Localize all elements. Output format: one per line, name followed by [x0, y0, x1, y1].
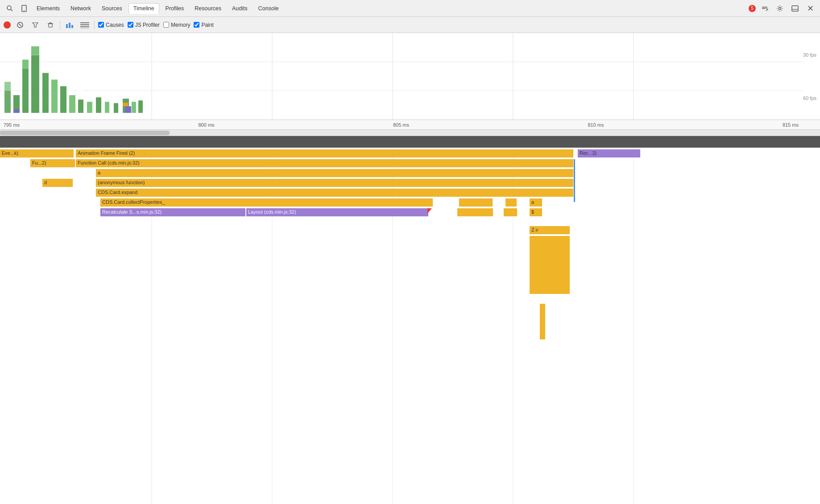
svg-text:CDS.Card.expand: CDS.Card.expand — [98, 190, 137, 195]
memory-checkbox-input[interactable] — [163, 22, 169, 28]
svg-text:Eve...k): Eve...k) — [2, 150, 18, 156]
svg-rect-49 — [138, 100, 143, 113]
tab-audits[interactable]: Audits — [228, 4, 252, 13]
svg-point-0 — [7, 6, 11, 10]
tab-timeline[interactable]: Timeline — [128, 3, 159, 14]
flame-chart: Eve...k) Animation Frame Fired (2) Rec..… — [0, 148, 820, 504]
svg-rect-81 — [434, 198, 458, 207]
svg-line-10 — [19, 24, 21, 26]
svg-rect-73 — [42, 179, 73, 187]
svg-text:Function Call (cds.min.js:32): Function Call (cds.min.js:32) — [78, 160, 140, 165]
svg-rect-34 — [22, 69, 29, 113]
svg-rect-41 — [69, 95, 75, 113]
stop-button[interactable] — [14, 19, 26, 31]
svg-rect-97 — [518, 208, 529, 216]
causes-checkbox[interactable]: Causes — [98, 22, 124, 28]
svg-text:Z.v: Z.v — [531, 227, 538, 232]
time-marker-4: 815 ms — [783, 122, 799, 128]
causes-label: Causes — [106, 22, 124, 28]
svg-rect-35 — [22, 60, 29, 69]
timeline-view-icon[interactable] — [79, 19, 91, 31]
svg-rect-71 — [96, 169, 573, 177]
timeline-chart: 30 fps 60 fps — [0, 33, 820, 120]
record-button[interactable] — [4, 21, 11, 29]
tab-sources[interactable]: Sources — [97, 4, 127, 13]
time-marker-1: 800 ms — [198, 122, 214, 128]
dock-icon[interactable] — [789, 2, 801, 15]
tab-network[interactable]: Network — [66, 4, 95, 13]
svg-marker-11 — [33, 23, 38, 27]
svg-rect-53 — [69, 73, 75, 95]
svg-rect-37 — [31, 46, 39, 55]
svg-rect-82 — [459, 198, 493, 207]
paint-checkbox-input[interactable] — [194, 22, 199, 28]
svg-text:a: a — [531, 199, 534, 205]
paint-label: Paint — [201, 22, 213, 28]
svg-rect-69 — [76, 159, 573, 167]
svg-text:(anonymous function): (anonymous function) — [98, 180, 145, 185]
svg-rect-96 — [504, 208, 517, 216]
svg-line-1 — [11, 9, 12, 11]
time-marker-0: 795 ms — [4, 122, 20, 128]
time-marker-2: 805 ms — [393, 122, 409, 128]
js-profiler-label: JS Profiler — [135, 22, 160, 28]
time-ruler: 795 ms 800 ms 805 ms 810 ms 815 ms — [0, 120, 820, 130]
trash-button[interactable] — [45, 19, 56, 31]
tab-console[interactable]: Console — [254, 4, 283, 13]
svg-rect-77 — [96, 189, 573, 197]
svg-text:Rec...2): Rec...2) — [580, 150, 597, 156]
js-profiler-checkbox[interactable]: JS Profiler — [128, 22, 160, 28]
svg-text:a: a — [98, 170, 101, 175]
svg-rect-18 — [69, 23, 70, 28]
search-icon[interactable] — [4, 2, 16, 15]
toolbar-separator-1 — [60, 21, 60, 29]
flame-chart-svg: Eve...k) Animation Frame Fired (2) Rec..… — [0, 148, 820, 504]
execute-icon[interactable] — [758, 2, 771, 15]
time-markers: 795 ms 800 ms 805 ms 810 ms 815 ms — [4, 122, 816, 128]
svg-text:CDS.Card.collectProperties_: CDS.Card.collectProperties_ — [102, 199, 165, 205]
svg-rect-43 — [87, 102, 92, 113]
svg-text:Fu...2): Fu...2) — [32, 160, 46, 165]
close-icon[interactable]: ✕ — [804, 2, 816, 15]
svg-rect-45 — [105, 102, 109, 113]
paint-checkbox[interactable]: Paint — [194, 22, 213, 28]
error-badge: 5 — [749, 5, 756, 12]
svg-rect-83 — [493, 198, 505, 207]
scrollbar-area[interactable] — [0, 130, 820, 136]
toolbar: Causes JS Profiler Memory Paint — [0, 17, 820, 33]
settings-icon[interactable] — [774, 2, 786, 15]
js-profiler-checkbox-input[interactable] — [128, 22, 133, 28]
svg-rect-7 — [792, 6, 798, 11]
toolbar-separator-2 — [94, 21, 95, 29]
svg-point-3 — [24, 10, 25, 11]
device-icon[interactable] — [18, 2, 30, 15]
svg-rect-48 — [132, 102, 136, 113]
svg-rect-63 — [76, 149, 573, 157]
nav-right: 5 ✕ — [749, 2, 816, 15]
filter-button[interactable] — [29, 19, 41, 31]
causes-checkbox-input[interactable] — [98, 22, 104, 28]
bar-chart-icon[interactable] — [64, 19, 75, 31]
time-marker-3: 810 ms — [588, 122, 604, 128]
svg-text:Animation Frame Fired (2): Animation Frame Fired (2) — [78, 150, 135, 156]
svg-rect-55 — [0, 131, 170, 135]
tab-elements[interactable]: Elements — [32, 4, 64, 13]
svg-rect-36 — [31, 55, 39, 113]
svg-rect-38 — [42, 73, 49, 113]
svg-rect-85 — [518, 198, 529, 207]
memory-checkbox[interactable]: Memory — [163, 22, 190, 28]
svg-rect-75 — [96, 179, 573, 187]
svg-point-6 — [779, 7, 781, 9]
svg-rect-40 — [60, 86, 66, 113]
svg-rect-19 — [71, 25, 73, 28]
memory-label: Memory — [171, 22, 190, 28]
svg-text:$: $ — [531, 209, 534, 215]
svg-rect-46 — [114, 103, 118, 113]
timeline-svg — [0, 33, 820, 120]
tab-profiles[interactable]: Profiles — [161, 4, 189, 13]
svg-rect-44 — [96, 97, 101, 113]
svg-text:Recalculate S...s.min.js:32): Recalculate S...s.min.js:32) — [102, 209, 162, 215]
svg-rect-95 — [494, 208, 503, 216]
tab-resources[interactable]: Resources — [190, 4, 226, 13]
svg-rect-54 — [78, 75, 83, 95]
